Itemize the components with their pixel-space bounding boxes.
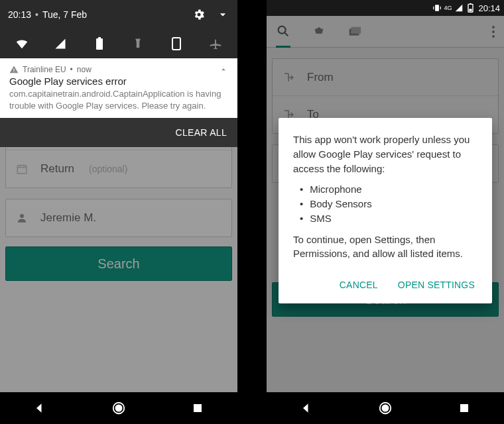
shade-header: 20:13 • Tue, 7 Feb: [0, 0, 237, 29]
row-return[interactable]: Return (optional): [6, 150, 231, 187]
dialog-message-2: To continue, open Settings, then Permiss…: [293, 233, 477, 262]
open-settings-button[interactable]: OPEN SETTINGS: [395, 273, 477, 297]
navbar-right: [267, 392, 504, 424]
cell-icon[interactable]: [53, 36, 68, 51]
expand-icon[interactable]: [216, 8, 229, 21]
shade-time: 20:13: [8, 9, 31, 20]
passenger-label: Jeremie M.: [40, 211, 96, 225]
notif-title: Google Play services error: [0, 76, 237, 87]
svg-point-21: [382, 405, 388, 411]
net-label: 4G: [444, 5, 452, 11]
signal-icon: [454, 3, 464, 13]
row-passenger[interactable]: Jeremie M.: [6, 199, 231, 237]
svg-rect-12: [470, 3, 472, 4]
vibrate-icon: [432, 3, 442, 13]
nav-back[interactable]: [31, 399, 48, 417]
notif-app: Trainline EU: [23, 65, 66, 74]
flashlight-icon[interactable]: [131, 36, 145, 51]
shade-date: Tue, 7 Feb: [42, 9, 87, 20]
phone-right: 4G 20:14 From To: [267, 0, 504, 424]
settings-icon[interactable]: [192, 8, 206, 21]
nav-recent[interactable]: [456, 399, 473, 417]
cancel-button[interactable]: CANCEL: [337, 273, 381, 297]
notification-card[interactable]: Trainline EU • now Google Play services …: [0, 58, 237, 118]
notif-body: com.capitainetrain.android.CaptainApplic…: [0, 87, 237, 118]
perm-item: Body Sensors: [300, 197, 477, 211]
portrait-icon[interactable]: [169, 36, 184, 51]
svg-rect-8: [194, 404, 202, 412]
notif-when: now: [77, 65, 92, 74]
battery-status-icon: [466, 3, 475, 13]
return-label: Return: [40, 162, 74, 176]
perm-item: SMS: [300, 211, 477, 226]
calendar-return-icon: [15, 163, 29, 175]
nav-home[interactable]: [110, 399, 127, 417]
svg-rect-4: [98, 37, 101, 39]
person-icon: [15, 212, 29, 224]
nav-back[interactable]: [298, 399, 315, 417]
status-time-right: 20:14: [478, 3, 500, 13]
svg-rect-3: [96, 38, 103, 50]
clear-all-button[interactable]: CLEAR ALL: [0, 118, 237, 147]
quick-toggles: [0, 29, 237, 58]
search-button-label: Search: [97, 256, 139, 272]
nav-home[interactable]: [377, 399, 394, 417]
navbar-left: [0, 392, 237, 424]
svg-point-2: [20, 214, 24, 218]
svg-rect-1: [17, 166, 27, 174]
search-button-left[interactable]: Search: [5, 246, 232, 281]
notification-shade[interactable]: 20:13 • Tue, 7 Feb: [0, 0, 237, 147]
permissions-dialog: This app won't work properly unless you …: [279, 118, 492, 303]
airplane-icon[interactable]: [208, 36, 223, 51]
clear-all-label: CLEAR ALL: [176, 127, 227, 138]
nav-recent[interactable]: [189, 399, 206, 417]
warning-icon: [9, 65, 19, 74]
svg-point-7: [115, 405, 121, 411]
wifi-icon[interactable]: [15, 36, 29, 51]
perm-item: Microphone: [300, 182, 477, 197]
phone-left: To Tue, 7 Feb at 20:00 Return (optional): [0, 0, 237, 424]
svg-rect-11: [469, 9, 472, 11]
collapse-icon[interactable]: [219, 65, 228, 74]
svg-rect-22: [460, 404, 468, 412]
statusbar-right: 4G 20:14: [267, 0, 504, 16]
svg-rect-9: [436, 5, 440, 11]
battery-icon[interactable]: [92, 36, 107, 51]
return-hint: (optional): [89, 164, 127, 174]
svg-rect-5: [172, 38, 180, 50]
dialog-message-1: This app won't work properly unless you …: [293, 132, 477, 176]
